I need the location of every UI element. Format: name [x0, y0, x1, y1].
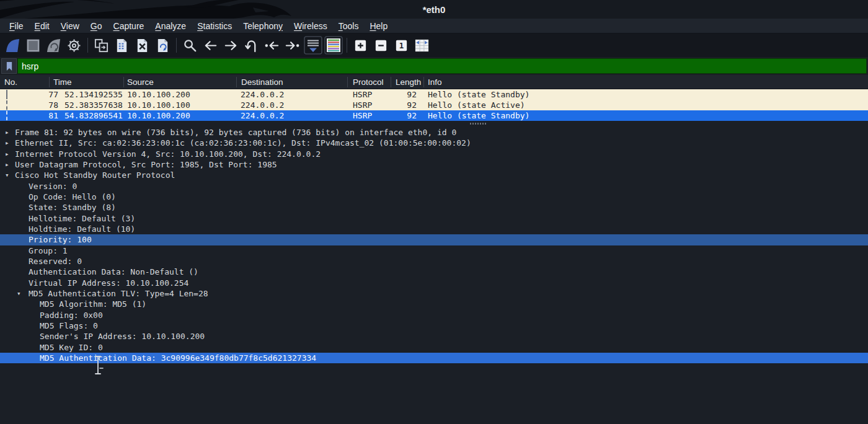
menu-telephony[interactable]: Telephony: [237, 20, 288, 32]
close-file-icon[interactable]: [132, 35, 153, 55]
cell-time: 52.383357638: [64, 100, 123, 110]
detail-line-20[interactable]: MD5 Key ID: 0: [0, 342, 868, 353]
menu-analyze[interactable]: Analyze: [149, 20, 192, 32]
go-back-icon[interactable]: [200, 35, 221, 55]
detail-text: Authentication Data: Non-Default (): [29, 267, 198, 277]
detail-line-10[interactable]: Priority: 100: [0, 234, 868, 245]
column-separator[interactable]: [49, 77, 50, 87]
stop-capture-icon[interactable]: [23, 35, 43, 55]
menu-help[interactable]: Help: [364, 20, 393, 32]
zoom-in-icon[interactable]: [350, 35, 371, 55]
detail-line-21[interactable]: MD5 Authentication Data: 3c90996e349f80d…: [0, 353, 868, 363]
column-header-length[interactable]: Length: [396, 75, 421, 89]
packet-row-77[interactable]: 7752.13419253510.10.100.200224.0.0.2HSRP…: [0, 89, 868, 100]
detail-text: MD5 Flags: 0: [40, 320, 98, 331]
menu-capture[interactable]: Capture: [108, 20, 150, 32]
cell-time: 52.134192535: [64, 89, 123, 100]
cell-len: 92: [372, 89, 417, 100]
toolbar-separator: [347, 38, 347, 53]
menu-file[interactable]: File: [4, 20, 29, 32]
detail-line-12[interactable]: Reserved: 0: [0, 256, 868, 267]
detail-line-2[interactable]: ▸Internet Protocol Version 4, Src: 10.10…: [0, 149, 868, 159]
detail-line-4[interactable]: ▾Cisco Hot Standby Router Protocol: [0, 170, 868, 180]
expander-closed-icon[interactable]: ▸: [5, 149, 9, 159]
start-capture-icon[interactable]: [2, 35, 23, 55]
pane-splitter-handle[interactable]: [470, 123, 486, 125]
zoom-normal-icon[interactable]: 1: [391, 35, 412, 55]
save-file-icon[interactable]: [112, 35, 132, 55]
detail-text: Padding: 0x00: [40, 310, 103, 320]
go-forward-icon[interactable]: [221, 35, 241, 55]
detail-line-6[interactable]: Op Code: Hello (0): [0, 192, 868, 202]
column-header-source[interactable]: Source: [127, 75, 154, 89]
detail-line-14[interactable]: Virtual IP Address: 10.10.100.254: [0, 278, 868, 288]
column-header-protocol[interactable]: Protocol: [353, 75, 384, 89]
packet-row-78[interactable]: 7852.38335763810.10.100.100224.0.0.2HSRP…: [0, 100, 868, 110]
auto-scroll-icon[interactable]: [303, 35, 323, 55]
packet-details-pane: ▸Frame 81: 92 bytes on wire (736 bits), …: [0, 121, 868, 424]
menu-view[interactable]: View: [55, 20, 85, 32]
detail-text: MD5 Authentication Data: 3c90996e349f80d…: [40, 353, 316, 363]
column-header-destination[interactable]: Destination: [241, 75, 283, 89]
filter-bookmark-button[interactable]: [1, 58, 17, 74]
menu-statistics[interactable]: Statistics: [192, 20, 237, 32]
wireshark-window: *eth0 FileEditViewGoCaptureAnalyzeStatis…: [0, 0, 868, 424]
detail-line-3[interactable]: ▸User Datagram Protocol, Src Port: 1985,…: [0, 159, 868, 170]
column-separator[interactable]: [391, 77, 391, 87]
detail-line-8[interactable]: Hellotime: Default (3): [0, 213, 868, 224]
packet-row-81[interactable]: 8154.83289654110.10.100.200224.0.0.2HSRP…: [0, 110, 868, 121]
zoom-out-icon[interactable]: [371, 35, 391, 55]
detail-line-7[interactable]: State: Standby (8): [0, 202, 868, 213]
reload-file-icon[interactable]: [153, 35, 173, 55]
column-separator[interactable]: [123, 77, 124, 87]
colorize-icon[interactable]: [323, 35, 343, 55]
go-first-packet-icon[interactable]: [262, 35, 282, 55]
menu-wireless[interactable]: Wireless: [288, 20, 333, 32]
column-header-no[interactable]: No.: [4, 75, 17, 89]
detail-line-0[interactable]: ▸Frame 81: 92 bytes on wire (736 bits), …: [0, 127, 868, 138]
resize-columns-icon[interactable]: [412, 35, 432, 55]
expander-open-icon[interactable]: ▾: [17, 288, 21, 299]
find-packet-icon[interactable]: [180, 35, 200, 55]
expander-open-icon[interactable]: ▾: [5, 170, 9, 180]
expander-closed-icon[interactable]: ▸: [5, 138, 9, 148]
open-file-icon[interactable]: [91, 35, 112, 55]
detail-line-18[interactable]: MD5 Flags: 0: [0, 320, 868, 331]
detail-line-13[interactable]: Authentication Data: Non-Default (): [0, 267, 868, 277]
column-separator[interactable]: [423, 77, 424, 87]
detail-line-11[interactable]: Group: 1: [0, 245, 868, 256]
detail-line-9[interactable]: Holdtime: Default (10): [0, 224, 868, 234]
column-separator[interactable]: [236, 77, 237, 87]
cell-info: Hello (state Active): [428, 100, 525, 110]
expander-closed-icon[interactable]: ▸: [5, 159, 9, 170]
menu-edit[interactable]: Edit: [29, 20, 55, 32]
column-header-time[interactable]: Time: [53, 75, 72, 89]
detail-line-17[interactable]: Padding: 0x00: [0, 310, 868, 320]
detail-line-5[interactable]: Version: 0: [0, 181, 868, 192]
capture-options-icon[interactable]: [64, 35, 84, 55]
menu-go[interactable]: Go: [85, 20, 108, 32]
toolbar-separator: [87, 38, 88, 53]
detail-text: Op Code: Hello (0): [29, 192, 116, 202]
detail-line-1[interactable]: ▸Ethernet II, Src: ca:02:36:23:00:1c (ca…: [0, 138, 868, 148]
detail-text: Cisco Hot Standby Router Protocol: [15, 170, 175, 180]
packet-list: 7752.13419253510.10.100.200224.0.0.2HSRP…: [0, 89, 868, 121]
detail-text: Version: 0: [29, 181, 77, 192]
go-last-packet-icon[interactable]: [282, 35, 303, 55]
menu-tools[interactable]: Tools: [333, 20, 365, 32]
detail-line-16[interactable]: MD5 Algorithm: MD5 (1): [0, 299, 868, 309]
detail-line-19[interactable]: Sender's IP Address: 10.10.100.200: [0, 331, 868, 342]
cell-time: 54.832896541: [64, 110, 123, 121]
restart-capture-icon[interactable]: [43, 35, 64, 55]
cell-no: 77: [0, 89, 58, 100]
detail-text: Reserved: 0: [29, 256, 82, 267]
expander-closed-icon[interactable]: ▸: [5, 127, 9, 138]
detail-text: State: Standby (8): [29, 202, 116, 213]
detail-line-15[interactable]: ▾MD5 Authentication TLV: Type=4 Len=28: [0, 288, 868, 299]
go-to-packet-icon[interactable]: [241, 35, 262, 55]
detail-text: MD5 Key ID: 0: [40, 342, 103, 353]
display-filter-input[interactable]: [17, 58, 867, 74]
packet-list-header[interactable]: No.TimeSourceDestinationProtocolLengthIn…: [0, 75, 868, 89]
column-separator[interactable]: [347, 77, 348, 87]
column-header-info[interactable]: Info: [428, 75, 442, 89]
